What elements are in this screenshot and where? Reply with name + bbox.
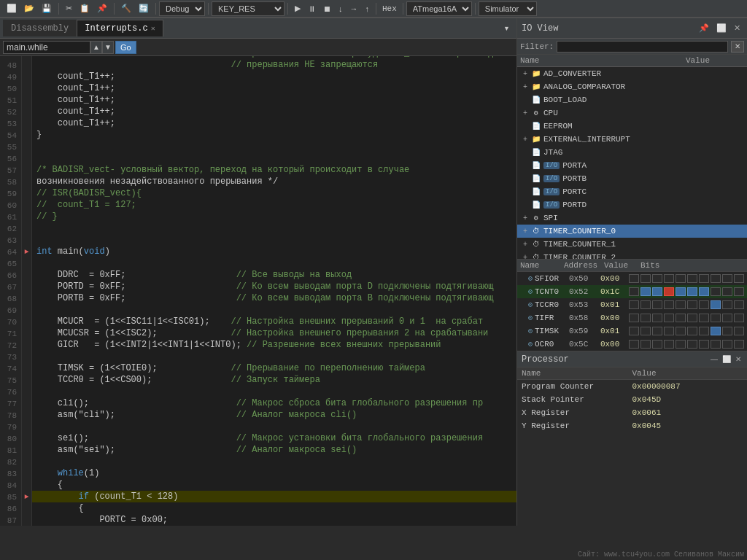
- toolbar-btn-new[interactable]: ⬜: [4, 2, 20, 15]
- reg-value: 0x1C: [600, 287, 629, 296]
- tree-item-label: JTAG: [543, 148, 744, 157]
- line-content: int main(void): [32, 246, 516, 257]
- line-content: while(1): [32, 467, 516, 479]
- toolbar-btn-copy[interactable]: 📋: [77, 2, 93, 15]
- toolbar-btn-build[interactable]: 🔨: [118, 2, 134, 15]
- line-gutter: [22, 187, 32, 199]
- io-tree-item[interactable]: +⏱TIMER_COUNTER_1: [517, 238, 747, 251]
- toolbar-btn-cut[interactable]: ✂: [63, 2, 75, 15]
- proc-col-headers: Name Value: [517, 368, 747, 380]
- line-content: asm("sei"); // Аналог макроса sei(): [32, 444, 516, 456]
- search-go-btn[interactable]: Go: [115, 41, 136, 54]
- line-number: 49: [0, 71, 22, 82]
- reg-cycle-icon: ⊙: [528, 340, 533, 349]
- search-next-btn[interactable]: ▼: [102, 41, 114, 54]
- debug-config-select[interactable]: Debug: [159, 1, 205, 16]
- toolbar-btn-paste[interactable]: 📌: [94, 2, 110, 15]
- line-gutter: [22, 94, 32, 106]
- simulator-select[interactable]: Simulator: [479, 1, 537, 16]
- line-number: 48: [0, 59, 22, 71]
- toolbar-btn-rebuild[interactable]: 🔄: [136, 2, 152, 15]
- toolbar-btn-open[interactable]: 📂: [21, 2, 37, 15]
- io-tree-item[interactable]: 📄JTAG: [517, 146, 747, 159]
- io-tree-item[interactable]: +📁AD_CONVERTER: [517, 67, 747, 80]
- reg-value: 0x00: [600, 340, 629, 349]
- io-tree-item[interactable]: +⏱TIMER_COUNTER_2: [517, 251, 747, 259]
- tree-item-icon: ⏱: [530, 253, 542, 259]
- register-row[interactable]: ⊙TCCR00x530x01: [517, 298, 747, 311]
- line-gutter: [22, 292, 32, 304]
- register-row[interactable]: ⊙OCR00x5C0x00: [517, 338, 747, 351]
- code-line: 48 // прерывания НЕ запрещаются: [0, 59, 516, 71]
- processor-row: X Register0x0061: [517, 406, 747, 419]
- line-gutter: [22, 514, 32, 526]
- line-gutter: [22, 281, 32, 292]
- io-tree-item[interactable]: 📄EEPROM: [517, 120, 747, 133]
- register-row[interactable]: ⊙TCNT00x520x1C: [517, 285, 747, 298]
- code-line: 70 MCUCR = (1<<ISC11|1<<ISC01); // Настр…: [0, 316, 516, 327]
- register-row[interactable]: ⊙TIFR0x580x00: [517, 311, 747, 324]
- io-tree[interactable]: Name Value +📁AD_CONVERTER+📁ANALOG_COMPAR…: [517, 55, 747, 259]
- line-number: 82: [0, 456, 22, 467]
- line-content: MCUCSR = (1<<ISC2); // Настройка внешнег…: [32, 327, 516, 339]
- io-tree-item[interactable]: +⚙SPI: [517, 211, 747, 225]
- proc-float-btn[interactable]: ⬜: [721, 354, 732, 364]
- atmega-select[interactable]: ATmega16A: [406, 1, 472, 16]
- toolbar-btn-stop[interactable]: ⏹: [320, 3, 334, 15]
- bit-box: [652, 327, 662, 335]
- filter-clear-btn[interactable]: ✕: [731, 41, 744, 52]
- proc-pin-btn[interactable]: —: [709, 354, 719, 364]
- io-tree-item[interactable]: +📁ANALOG_COMPARATOR: [517, 80, 747, 93]
- proc-reg-value: 0x0061: [632, 408, 743, 417]
- io-close-btn[interactable]: ✕: [732, 23, 743, 34]
- line-gutter: [22, 164, 32, 176]
- key-res-select[interactable]: KEY_RES: [212, 1, 285, 16]
- tab-disassembly[interactable]: Disassembly: [3, 20, 77, 36]
- register-row[interactable]: ⊙TIMSK0x590x01: [517, 324, 747, 338]
- code-line: 72 GICR = (1<<INT2|1<<INT1|1<<INT0); // …: [0, 339, 516, 351]
- toolbar-btn-step-in[interactable]: ↓: [336, 3, 346, 15]
- line-gutter: ►: [22, 246, 32, 257]
- reg-addr: 0x53: [569, 300, 600, 309]
- toolbar-btn-pause[interactable]: ⏸: [305, 3, 319, 15]
- bit-box: [699, 340, 709, 349]
- toolbar-btn-save[interactable]: 💾: [39, 2, 55, 15]
- io-pin-btn[interactable]: 📌: [697, 23, 711, 34]
- io-tree-item[interactable]: +⏱TIMER_COUNTER_0: [517, 225, 747, 238]
- io-tree-item[interactable]: 📄BOOT_LOAD: [517, 93, 747, 106]
- processor-panel: Processor — ⬜ ✕ Name Value Program Count…: [517, 351, 747, 432]
- io-tree-item[interactable]: +📁EXTERNAL_INTERRUPT: [517, 133, 747, 146]
- line-number: 64: [0, 246, 22, 257]
- reg-cycle-icon: ⊙: [528, 274, 533, 283]
- tab-dropdown-btn[interactable]: ▼: [500, 23, 513, 34]
- io-col-headers: Name Value: [517, 55, 747, 67]
- tab-interrupts-close[interactable]: ✕: [151, 24, 155, 33]
- toolbar-btn-step-over[interactable]: →: [347, 3, 361, 15]
- line-number: 71: [0, 327, 22, 339]
- tree-item-label: EXTERNAL_INTERRUPT: [543, 135, 744, 144]
- search-input[interactable]: [3, 41, 90, 54]
- io-float-btn[interactable]: ⬜: [714, 23, 729, 34]
- register-row[interactable]: ⊙SFIOR0x500x00: [517, 272, 747, 285]
- proc-close-btn[interactable]: ✕: [734, 354, 743, 364]
- io-tree-item[interactable]: 📄I/OPORTA: [517, 159, 747, 172]
- search-prev-btn[interactable]: ▲: [90, 41, 102, 54]
- tab-interrupts[interactable]: Interrupts.c ✕: [77, 20, 163, 36]
- bit-box: [676, 327, 686, 335]
- code-line: 56: [0, 152, 516, 164]
- line-content: TIMSK = (1<<TOIE0); // Прерывание по пер…: [32, 362, 516, 374]
- code-area[interactable]: 46ISR(TIMER0_OVF_vect, ISR_NOBLOCK) // П…: [0, 56, 516, 526]
- toolbar-btn-step-out[interactable]: ↑: [363, 3, 373, 15]
- bit-box: [699, 300, 709, 309]
- code-line: 79: [0, 421, 516, 432]
- processor-row: Stack Pointer0x045D: [517, 393, 747, 406]
- io-tree-item[interactable]: 📄I/OPORTD: [517, 198, 747, 211]
- code-line: 83 while(1): [0, 467, 516, 479]
- io-tree-item[interactable]: 📄I/OPORTB: [517, 172, 747, 185]
- bit-box: [699, 327, 709, 335]
- toolbar-btn-run[interactable]: ▶: [292, 2, 303, 15]
- filter-input[interactable]: [557, 41, 728, 52]
- filter-bar: Filter: ✕: [517, 39, 747, 55]
- io-tree-item[interactable]: +⚙CPU: [517, 106, 747, 120]
- io-tree-item[interactable]: 📄I/OPORTC: [517, 185, 747, 198]
